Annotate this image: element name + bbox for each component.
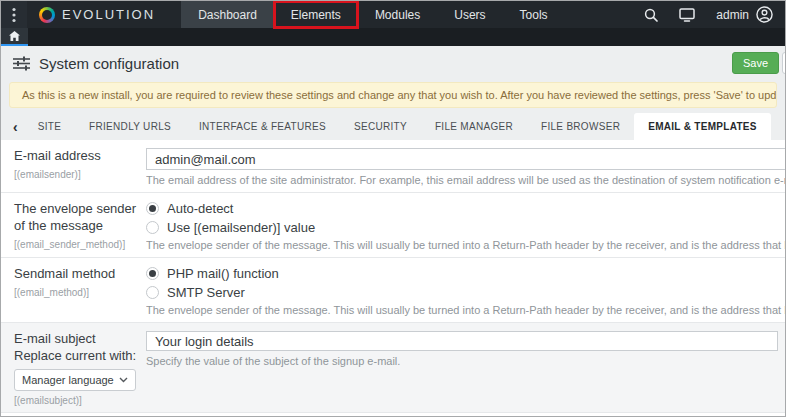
kebab-menu-button[interactable] — [1, 1, 27, 28]
sliders-icon — [13, 56, 30, 71]
main-menu: Dashboard Elements Modules Users Tools — [181, 1, 564, 28]
tab-file-browser[interactable]: FILE BROWSER — [527, 113, 634, 140]
field-key: [(emailsender)] — [14, 169, 138, 180]
evolution-logo-icon — [39, 7, 55, 23]
menu-item-users[interactable]: Users — [437, 1, 502, 28]
email-subject-language-select[interactable]: Manager language — [14, 369, 136, 391]
tab-security[interactable]: SECURITY — [340, 113, 421, 140]
navbar-right: admin — [644, 1, 785, 28]
action-buttons: Save Cancel — [732, 52, 786, 74]
value-col: The email address of the site administra… — [146, 148, 786, 186]
save-button[interactable]: Save — [732, 52, 779, 74]
email-templates-panel: E-mail address [(emailsender)] The email… — [1, 140, 785, 417]
radio-smtp-server[interactable]: SMTP Server — [146, 285, 786, 300]
radio-php-mail[interactable]: PHP mail() function — [146, 266, 786, 281]
page-header: System configuration Save Cancel As this… — [1, 46, 785, 140]
tab-file-manager[interactable]: FILE MANAGER — [421, 113, 527, 140]
tab-email-templates[interactable]: EMAIL & TEMPLATES — [634, 113, 771, 140]
open-tabs-bar — [1, 28, 785, 46]
email-address-input[interactable] — [146, 148, 786, 170]
brand-text: EVOLUTION — [62, 7, 155, 22]
cancel-button[interactable]: Cancel — [782, 52, 786, 74]
field-help: The envelope sender of the message. This… — [146, 304, 786, 316]
radio-auto-detect[interactable]: Auto-detect — [146, 201, 786, 216]
search-icon — [644, 8, 658, 22]
settings-tabs: ‹ SITE FRIENDLY URLS INTERFACE & FEATURE… — [1, 113, 785, 140]
page-title: System configuration — [39, 55, 179, 72]
tab-friendly-urls[interactable]: FRIENDLY URLS — [75, 113, 185, 140]
monitor-icon — [679, 8, 695, 22]
radio-icon — [146, 286, 159, 299]
field-key: [(email_sender_method)] — [14, 239, 138, 250]
row-envelope-sender: The envelope sender of the message [(ema… — [1, 193, 785, 258]
field-key: [(emailsubject)] — [14, 395, 138, 406]
tab-site[interactable]: SITE — [24, 113, 75, 140]
field-key: [(email_method)] — [14, 287, 138, 298]
titlebar: System configuration Save Cancel — [1, 46, 785, 81]
preview-site-button[interactable] — [679, 8, 695, 22]
username: admin — [716, 8, 749, 22]
value-col: Specify the value of the subject of the … — [146, 331, 778, 406]
home-icon — [9, 31, 20, 41]
top-navbar: EVOLUTION Dashboard Elements Modules Use… — [1, 1, 785, 28]
radio-icon — [146, 202, 159, 215]
label-col: Sendmail method [(email_method)] — [1, 266, 146, 316]
field-label: E-mail subject — [14, 331, 138, 348]
field-label: E-mail address — [14, 148, 138, 165]
radio-icon — [146, 221, 159, 234]
kebab-menu-icon — [12, 7, 16, 23]
home-tab[interactable] — [1, 28, 28, 46]
user-avatar-icon — [756, 6, 773, 23]
new-install-warning: As this is a new install, you are requir… — [9, 82, 777, 108]
menu-item-dashboard[interactable]: Dashboard — [181, 1, 274, 28]
search-button[interactable] — [644, 8, 658, 22]
value-col: PHP mail() function SMTP Server The enve… — [146, 266, 786, 316]
tab-interface-features[interactable]: INTERFACE & FEATURES — [185, 113, 340, 140]
label-col: E-mail address [(emailsender)] — [1, 148, 146, 186]
radio-icon — [146, 267, 159, 280]
system-configuration-page: EVOLUTION Dashboard Elements Modules Use… — [0, 0, 786, 417]
email-subject-input[interactable] — [146, 331, 778, 351]
row-sendmail-method: Sendmail method [(email_method)] PHP mai… — [1, 258, 785, 323]
field-label: Sendmail method — [14, 266, 138, 283]
brand[interactable]: EVOLUTION — [27, 1, 169, 28]
user-menu[interactable]: admin — [716, 6, 773, 23]
label-col: The envelope sender of the message [(ema… — [1, 201, 146, 251]
row-email-address: E-mail address [(emailsender)] The email… — [1, 140, 785, 193]
menu-item-tools[interactable]: Tools — [503, 1, 565, 28]
field-help: Specify the value of the subject of the … — [146, 355, 778, 367]
row-email-subject: E-mail subject Replace current with: Man… — [1, 323, 785, 413]
label-col: E-mail subject Replace current with: Man… — [1, 331, 146, 406]
tabs-scroll-left-icon[interactable]: ‹ — [7, 113, 24, 140]
replace-current-label: Replace current with: — [14, 348, 138, 365]
menu-item-elements[interactable]: Elements — [274, 1, 358, 28]
menu-item-modules[interactable]: Modules — [358, 1, 437, 28]
field-label: The envelope sender of the message — [14, 201, 138, 235]
chevron-down-icon — [119, 377, 128, 383]
row-web-signup-email: Web Signup e-mail Replace current with: … — [1, 413, 785, 417]
field-help: The envelope sender of the message. This… — [146, 239, 786, 251]
radio-use-emailsender[interactable]: Use [(emailsender)] value — [146, 220, 786, 235]
value-col: Auto-detect Use [(emailsender)] value Th… — [146, 201, 786, 251]
field-help: The email address of the site administra… — [146, 174, 786, 186]
